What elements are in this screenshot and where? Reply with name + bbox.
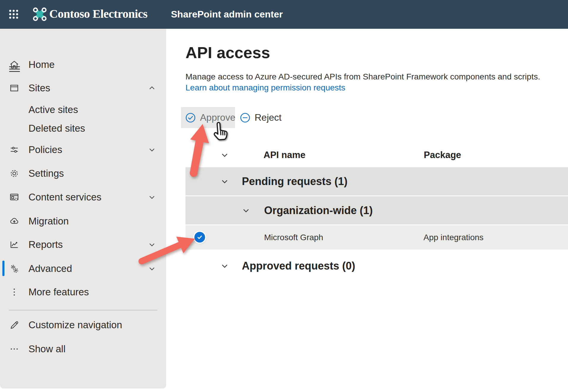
sidebar-item-label: Show all xyxy=(28,343,66,355)
expand-all-chevron-icon[interactable] xyxy=(220,151,229,160)
sidebar-item-reports[interactable]: Reports xyxy=(0,236,166,253)
sidebar-item-content-services[interactable]: Content services xyxy=(0,189,166,206)
chevron-down-icon[interactable] xyxy=(242,206,250,215)
sidebar-item-customize-navigation[interactable]: Customize navigation xyxy=(0,316,166,334)
page-title: API access xyxy=(185,43,270,62)
learn-more-link[interactable]: Learn about managing permission requests xyxy=(185,83,345,93)
sidebar-item-show-all[interactable]: Show all xyxy=(0,340,166,358)
circle-check-icon xyxy=(185,112,196,123)
brand-name: Contoso Electronics xyxy=(49,7,147,21)
column-header-api-name[interactable]: API name xyxy=(264,150,305,160)
sidebar-item-home[interactable]: Home xyxy=(0,56,166,73)
sidebar-item-sites[interactable]: Sites xyxy=(0,79,166,97)
reject-button-label: Reject xyxy=(255,112,282,123)
sidebar-item-deleted-sites[interactable]: Deleted sites xyxy=(0,120,166,137)
sidebar-item-active-sites[interactable]: Active sites xyxy=(0,101,166,118)
sites-icon xyxy=(9,83,20,93)
app-launcher-waffle-icon[interactable] xyxy=(8,9,19,20)
contoso-logo-icon xyxy=(33,7,47,21)
sidebar-divider xyxy=(9,310,157,310)
page-description: Manage access to Azure AD-secured APIs f… xyxy=(185,72,540,82)
sidebar-item-label: Reports xyxy=(28,239,63,250)
home-icon xyxy=(9,59,20,70)
chevron-down-icon xyxy=(147,240,156,249)
policies-icon xyxy=(9,144,20,155)
sidebar-item-label: Active sites xyxy=(28,104,78,115)
horizontal-ellipsis-icon xyxy=(9,344,20,354)
content-services-icon xyxy=(9,192,20,203)
pencil-icon xyxy=(9,320,20,330)
group-label-organization-wide: Organization-wide (1) xyxy=(264,204,373,217)
table-row-microsoft-graph[interactable] xyxy=(185,225,568,250)
sidebar-item-settings[interactable]: Settings xyxy=(0,165,166,182)
cloud-upload-icon xyxy=(9,216,20,227)
vertical-ellipsis-icon xyxy=(9,287,20,297)
sidebar-item-label: Content services xyxy=(28,192,101,203)
row-selected-checkbox[interactable] xyxy=(193,231,206,244)
sidebar-item-label: Sites xyxy=(28,82,50,94)
chevron-down-icon[interactable] xyxy=(220,177,229,186)
reject-button[interactable]: Reject xyxy=(237,107,290,128)
column-header-package[interactable]: Package xyxy=(424,150,461,160)
chevron-down-icon xyxy=(147,193,156,202)
sidebar-item-advanced[interactable]: Advanced xyxy=(0,260,166,277)
sidebar-item-label: Deleted sites xyxy=(28,123,85,134)
chevron-down-icon xyxy=(147,145,156,154)
sidebar-item-label: Advanced xyxy=(28,263,72,274)
sidebar-item-policies[interactable]: Policies xyxy=(0,141,166,158)
double-gear-icon xyxy=(9,263,20,274)
approve-button[interactable]: Approve xyxy=(181,107,235,128)
circle-minus-icon xyxy=(239,112,251,123)
line-chart-icon xyxy=(9,239,20,250)
sidebar-item-more-features[interactable]: More features xyxy=(0,283,166,301)
sidebar-item-label: More features xyxy=(28,286,89,298)
admin-center-title: SharePoint admin center xyxy=(171,9,283,20)
sidebar-item-label: Settings xyxy=(28,168,64,179)
chevron-up-icon xyxy=(147,84,156,93)
group-label-pending: Pending requests (1) xyxy=(242,175,348,188)
cell-api-name: Microsoft Graph xyxy=(264,233,323,242)
group-label-approved: Approved requests (0) xyxy=(242,260,355,272)
chevron-down-icon[interactable] xyxy=(220,262,229,270)
sidebar-item-label: Migration xyxy=(28,216,69,227)
gear-icon xyxy=(9,168,20,179)
chevron-down-icon xyxy=(147,264,156,273)
sidebar-item-label: Policies xyxy=(28,144,62,155)
sharepoint-admin-app: Contoso Electronics SharePoint admin cen… xyxy=(0,0,568,392)
cell-package: App integrations xyxy=(423,233,483,242)
sidebar-item-label: Customize navigation xyxy=(28,319,122,331)
sidebar-item-migration[interactable]: Migration xyxy=(0,213,166,230)
top-app-bar: Contoso Electronics SharePoint admin cen… xyxy=(0,0,568,29)
check-icon xyxy=(196,233,204,241)
sidebar-item-label: Home xyxy=(28,59,55,70)
approve-button-label: Approve xyxy=(200,112,235,123)
